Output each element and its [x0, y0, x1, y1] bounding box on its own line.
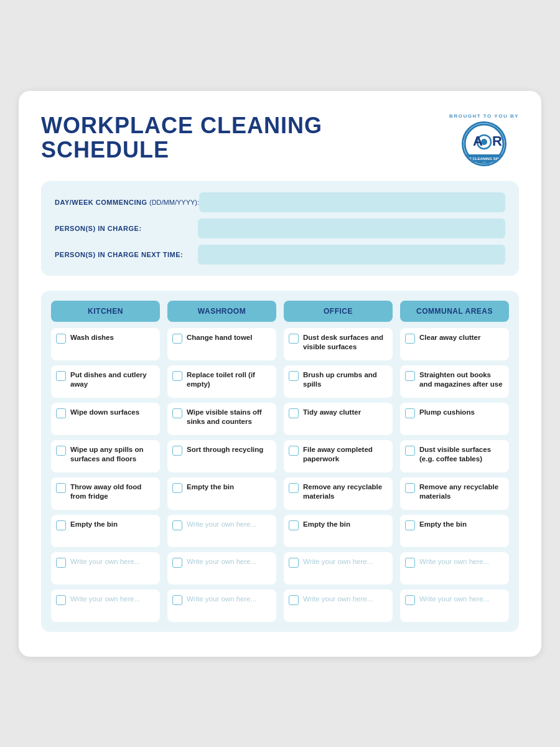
list-item: Brush up crumbs and spills	[284, 365, 393, 398]
form-row-person: PERSON(S) IN CHARGE:	[55, 218, 505, 238]
column-kitchen: KITCHENWash dishesPut dishes and cutlery…	[51, 301, 160, 622]
item-checkbox[interactable]	[172, 408, 182, 418]
logo-brought-label: BROUGHT TO YOU BY	[449, 113, 519, 119]
item-placeholder-text[interactable]: Write your own here...	[303, 557, 373, 567]
list-item: Wash dishes	[51, 328, 160, 360]
list-item: Dust visible surfaces (e.g. coffee table…	[400, 440, 509, 472]
item-checkbox[interactable]	[172, 595, 182, 605]
item-label: File away completed paperwork	[303, 445, 388, 464]
item-label: Sort through recycling	[187, 445, 263, 455]
item-label: Wash dishes	[70, 333, 114, 343]
item-checkbox[interactable]	[172, 483, 182, 493]
list-item: Straighten out books and magazines after…	[400, 365, 509, 398]
list-item: Empty the bin	[284, 515, 393, 547]
list-item: Write your own here...	[400, 552, 509, 585]
list-item: Empty the bin	[400, 515, 509, 547]
list-item: Replace toilet roll (if empty)	[167, 365, 276, 398]
item-checkbox[interactable]	[405, 558, 415, 568]
col-items-3: Clear away clutterStraighten out books a…	[400, 328, 509, 622]
item-label: Straighten out books and magazines after…	[419, 370, 504, 390]
list-item: Write your own here...	[51, 552, 160, 585]
item-checkbox[interactable]	[289, 334, 299, 344]
list-item: Change hand towel	[167, 328, 276, 360]
item-checkbox[interactable]	[405, 371, 415, 381]
item-label: Empty the bin	[303, 520, 350, 530]
item-label: Wipe down surfaces	[70, 408, 139, 418]
item-placeholder-text[interactable]: Write your own here...	[187, 594, 256, 604]
item-label: Tidy away clutter	[303, 408, 361, 418]
item-checkbox[interactable]	[56, 520, 66, 530]
item-checkbox[interactable]	[56, 446, 66, 456]
item-checkbox[interactable]	[56, 371, 66, 381]
page-title: WORKPLACE CLEANING SCHEDULE	[41, 113, 439, 162]
header: WORKPLACE CLEANING SCHEDULE BROUGHT TO Y…	[41, 113, 519, 166]
item-checkbox[interactable]	[289, 408, 299, 418]
item-label: Empty the bin	[187, 482, 234, 492]
item-checkbox[interactable]	[289, 595, 299, 605]
item-label: Clear away clutter	[419, 333, 480, 343]
list-item: Put dishes and cutlery away	[51, 365, 160, 398]
item-placeholder-text[interactable]: Write your own here...	[303, 594, 373, 604]
item-placeholder-text[interactable]: Write your own here...	[419, 594, 489, 604]
col-items-1: Change hand towelReplace toilet roll (if…	[167, 328, 276, 622]
list-item: Sort through recycling	[167, 440, 276, 472]
main-table: KITCHENWash dishesPut dishes and cutlery…	[41, 291, 519, 632]
form-section: DAY/WEEK COMMENCING (DD/MM/YYYY): PERSON…	[41, 181, 519, 276]
item-checkbox[interactable]	[56, 483, 66, 493]
item-label: Remove any recyclable materials	[419, 482, 504, 502]
column-communal-areas: COMMUNAL AREASClear away clutterStraight…	[400, 301, 509, 622]
item-checkbox[interactable]	[172, 334, 182, 344]
svg-text:R: R	[492, 133, 502, 149]
item-checkbox[interactable]	[172, 520, 182, 530]
item-label: Replace toilet roll (if empty)	[187, 370, 271, 390]
item-checkbox[interactable]	[405, 520, 415, 530]
item-placeholder-text[interactable]: Write your own here...	[187, 557, 256, 567]
item-checkbox[interactable]	[289, 446, 299, 456]
item-checkbox[interactable]	[56, 408, 66, 418]
form-input-date[interactable]	[199, 192, 505, 212]
item-checkbox[interactable]	[289, 558, 299, 568]
list-item: Write your own here...	[167, 515, 276, 547]
item-checkbox[interactable]	[289, 371, 299, 381]
list-item: Dust desk surfaces and visible surfaces	[284, 328, 393, 360]
list-item: Write your own here...	[400, 590, 509, 622]
list-item: Wipe visible stains off sinks and counte…	[167, 403, 276, 435]
svg-text:A: A	[473, 133, 483, 149]
columns-grid: KITCHENWash dishesPut dishes and cutlery…	[51, 301, 509, 622]
list-item: Empty the bin	[51, 515, 160, 547]
list-item: Write your own here...	[284, 552, 393, 585]
item-placeholder-text[interactable]: Write your own here...	[187, 520, 256, 530]
item-placeholder-text[interactable]: Write your own here...	[419, 557, 489, 567]
item-label: Empty the bin	[70, 520, 118, 530]
item-placeholder-text[interactable]: Write your own here...	[70, 557, 140, 567]
item-checkbox[interactable]	[405, 483, 415, 493]
column-washroom: WASHROOMChange hand towelReplace toilet …	[167, 301, 276, 622]
item-label: Wipe up any spills on surfaces and floor…	[70, 445, 155, 464]
col-items-2: Dust desk surfaces and visible surfacesB…	[284, 328, 393, 622]
item-checkbox[interactable]	[56, 595, 66, 605]
form-row-next-person: PERSON(S) IN CHARGE NEXT TIME:	[55, 245, 505, 265]
form-input-next-person[interactable]	[198, 245, 505, 265]
list-item: Clear away clutter	[400, 328, 509, 360]
list-item: Write your own here...	[167, 590, 276, 622]
list-item: Write your own here...	[167, 552, 276, 585]
item-checkbox[interactable]	[172, 558, 182, 568]
item-checkbox[interactable]	[289, 483, 299, 493]
item-checkbox[interactable]	[172, 446, 182, 456]
item-checkbox[interactable]	[56, 558, 66, 568]
item-label: Wipe visible stains off sinks and counte…	[187, 408, 271, 427]
col-items-0: Wash dishesPut dishes and cutlery awayWi…	[51, 328, 160, 622]
item-checkbox[interactable]	[405, 408, 415, 418]
item-checkbox[interactable]	[289, 520, 299, 530]
main-page: WORKPLACE CLEANING SCHEDULE BROUGHT TO Y…	[19, 91, 541, 657]
form-input-person[interactable]	[198, 218, 505, 238]
item-checkbox[interactable]	[56, 334, 66, 344]
form-label-date: DAY/WEEK COMMENCING (DD/MM/YYYY):	[55, 199, 199, 206]
item-checkbox[interactable]	[405, 334, 415, 344]
item-checkbox[interactable]	[405, 595, 415, 605]
item-checkbox[interactable]	[172, 371, 182, 381]
column-office: OFFICEDust desk surfaces and visible sur…	[284, 301, 393, 622]
item-placeholder-text[interactable]: Write your own here...	[70, 594, 140, 604]
item-label: Throw away old food from fridge	[70, 482, 155, 502]
item-checkbox[interactable]	[405, 446, 415, 456]
